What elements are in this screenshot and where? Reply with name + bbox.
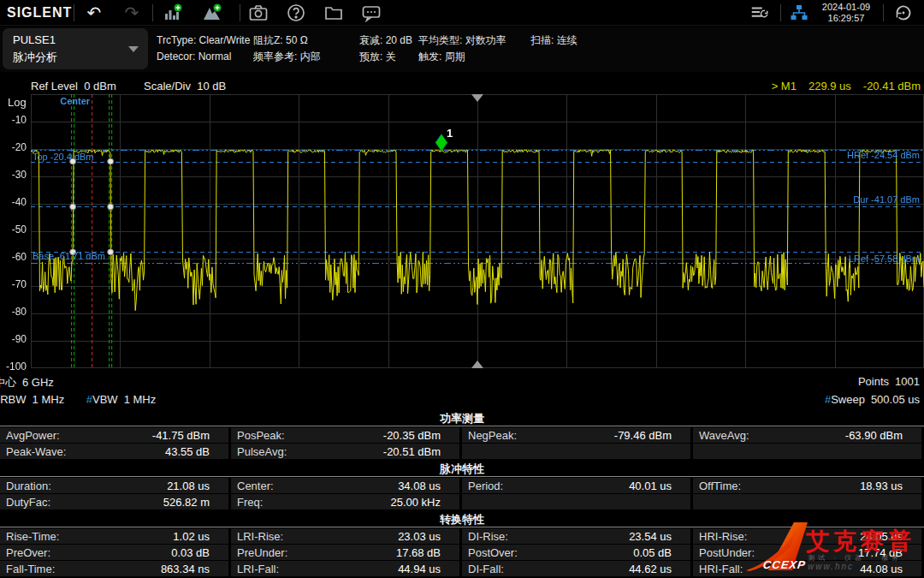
table-cell-label: HRI-Rise:: [699, 530, 747, 543]
toolbar-divider: [74, 4, 74, 21]
scale-div-readout[interactable]: Scale/Div 10 dB: [144, 80, 226, 92]
table-cell-value: 0.05 dB: [633, 546, 672, 559]
table-cell-label: PosPeak:: [237, 429, 285, 442]
file-icon[interactable]: [323, 3, 344, 23]
table-cell-value: 40.01 us: [629, 480, 672, 492]
table-cell: Rise-Time:1.02 us: [0, 528, 228, 544]
top-toolbar: SIGLENT ↶ ↷ 2024-01-09: [0, 0, 924, 26]
message-icon[interactable]: [361, 3, 382, 23]
y-axis-tick: -60: [0, 251, 27, 263]
table-cell-value: -20.51 dBm: [383, 445, 441, 458]
toolbar-divider: [240, 4, 240, 21]
y-axis-tick: -10: [0, 114, 27, 126]
table-cell-value: 526.82 m: [163, 496, 210, 509]
ref-level-readout[interactable]: Ref Level 0 dBm: [31, 80, 116, 92]
setting-item[interactable]: TrcType: Clear/WriteDetecor: Normal: [157, 33, 250, 65]
threshold-label-base: Base -61.71 dBm: [33, 251, 105, 261]
table-cell: WaveAvg:-63.90 dBm: [693, 427, 921, 443]
setting-line1: 扫描: 连续: [530, 33, 578, 49]
center-gate-label: Center: [56, 96, 90, 106]
table-cell-label: Freq:: [237, 496, 263, 509]
redo-icon[interactable]: ↷: [121, 3, 142, 23]
table-cell: AvgPower:-41.75 dBm: [0, 427, 228, 443]
marker-number-label: 1: [447, 127, 453, 140]
table-cell-label: Fall-Time:: [6, 563, 55, 575]
trace-add-icon[interactable]: [163, 3, 183, 23]
y-axis-tick: -70: [0, 278, 27, 290]
threshold-label-top: Top -20.4 dBm: [33, 152, 94, 162]
table-section-divider: [0, 527, 924, 527]
table-cell: LRI-Fall:44.94 us: [231, 561, 459, 576]
table-cell-label: NegPeak:: [468, 429, 517, 442]
analyzer-screen: SIGLENT ↶ ↷ 2024-01-09: [0, 0, 924, 578]
table-cell-value: 44.08 us: [860, 563, 903, 575]
table-cell-value: 17.68 dB: [396, 546, 441, 559]
time-text: 16:29:57: [814, 13, 878, 24]
table-cell-label: LRI-Rise:: [237, 530, 283, 543]
center-freq-readout[interactable]: 中心6 GHz: [0, 375, 54, 390]
table-cell-value: 863.34 ns: [161, 563, 210, 575]
table-cell-value: 1.02 us: [173, 530, 210, 543]
table-cell-label: LRI-Fall:: [237, 563, 279, 575]
table-section-divider: [0, 426, 924, 426]
table-cell-value: -41.75 dBm: [152, 429, 210, 442]
table-cell-value: -63.90 dBm: [845, 429, 903, 442]
table-row: Duration:21.08 usCenter:34.08 usPeriod:4…: [0, 478, 924, 493]
setting-item[interactable]: 阻抗Z: 50 Ω频率参考: 内部: [253, 33, 321, 65]
setting-line1: 阻抗Z: 50 Ω: [253, 33, 321, 49]
table-cell: PostUnder:17.74 dB: [693, 545, 921, 560]
setting-line2: 预放: 关: [359, 49, 412, 65]
setting-item[interactable]: 平均类型: 对数功率触发: 周期: [418, 33, 506, 65]
spectrum-plot-canvas[interactable]: [0, 94, 924, 369]
table-cell-value: 21.08 us: [167, 480, 210, 492]
datetime-display[interactable]: 2024-01-09 16:29:57: [814, 2, 878, 24]
network-icon[interactable]: [789, 3, 809, 23]
help-icon[interactable]: [286, 3, 306, 23]
table-row: AvgPower:-41.75 dBmPosPeak:-20.35 dBmNeg…: [0, 427, 924, 443]
undo-icon[interactable]: ↶: [84, 3, 104, 23]
threshold-label-dur: Dur -41.07 dBm: [853, 194, 920, 205]
points-readout[interactable]: Points1001: [858, 375, 920, 388]
sweep-readout[interactable]: #Sweep500.05 us: [825, 393, 920, 406]
setting-line2: 触发: 周期: [418, 49, 506, 65]
history-icon[interactable]: [893, 3, 914, 23]
table-section: 转换特性Rise-Time:1.02 usLRI-Rise:23.03 usDI…: [0, 513, 924, 576]
table-cell-label: PreOver:: [6, 546, 50, 559]
setting-line1: 平均类型: 对数功率: [418, 33, 506, 49]
table-cell-value: 34.08 us: [398, 480, 441, 492]
table-cell-label: Peak-Wave:: [6, 445, 66, 458]
table-section-title: 转换特性: [0, 513, 924, 527]
peak-add-icon[interactable]: [202, 3, 222, 23]
table-cell-value: 18.93 us: [860, 480, 903, 492]
date-text: 2024-01-09: [814, 2, 878, 13]
table-row: PreOver:0.03 dBPreUnder:17.68 dBPostOver…: [0, 545, 924, 560]
table-cell-label: DI-Rise:: [468, 530, 508, 543]
table-section-title: 脉冲特性: [0, 462, 924, 476]
setting-line1: TrcType: Clear/Write: [157, 33, 250, 49]
measurement-mode-dropdown[interactable]: PULSE1 脉冲分析: [3, 28, 148, 69]
rbw-readout[interactable]: #RBW1 MHz #VBW1 MHz: [0, 393, 156, 406]
marker-readout: > M1229.9 us-20.41 dBm: [772, 80, 921, 92]
table-cell-label: PostOver:: [468, 546, 518, 559]
table-cell-label: PulseAvg:: [237, 445, 287, 458]
chevron-down-icon: [128, 46, 139, 52]
setting-item[interactable]: 扫描: 连续: [530, 33, 578, 49]
table-cell-value: 44.94 us: [398, 563, 441, 575]
table-cell-label: WaveAvg:: [699, 429, 749, 442]
table-cell-label: OffTime:: [699, 480, 741, 492]
table-cell-label: Rise-Time:: [6, 530, 59, 543]
mode-subtitle: 脉冲分析: [13, 50, 57, 65]
table-cell: [462, 444, 690, 459]
table-cell: PostOver:0.05 dB: [462, 545, 690, 560]
threshold-label-href: HRef -24.54 dBm: [847, 150, 920, 160]
y-axis-tick: -20: [0, 141, 27, 153]
screenshot-icon[interactable]: [248, 3, 269, 23]
table-cell: DI-Fall:44.62 us: [462, 561, 690, 576]
task-list-icon[interactable]: [749, 3, 770, 23]
y-axis-tick: -50: [0, 223, 27, 235]
table-cell-value: 23.03 us: [398, 530, 441, 543]
mode-title: PULSE1: [13, 33, 56, 46]
y-axis-tick: -30: [0, 169, 27, 181]
table-cell-value: 25.00 kHz: [390, 496, 441, 509]
setting-item[interactable]: 衰减: 20 dB预放: 关: [359, 33, 412, 65]
